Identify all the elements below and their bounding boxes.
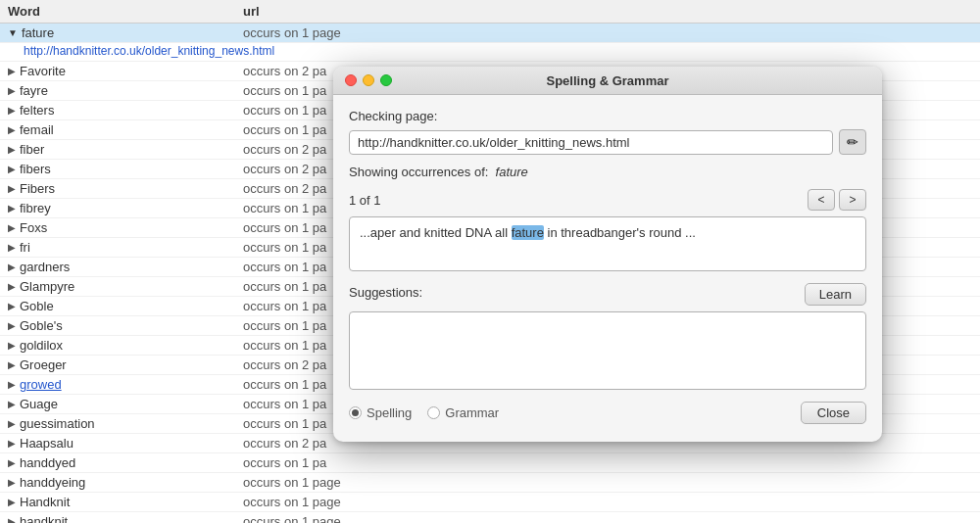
url-cell: occurs on 1 page bbox=[243, 25, 972, 40]
maximize-traffic-light[interactable] bbox=[380, 74, 392, 86]
dialog-titlebar: Spelling & Grammar bbox=[333, 67, 882, 95]
context-highlight: fature bbox=[512, 225, 544, 240]
expand-icon: ▶ bbox=[8, 516, 16, 523]
url-expanded-line: http://handknitter.co.uk/older_knitting_… bbox=[0, 43, 980, 62]
context-text-after: in threadbanger's round ... bbox=[544, 225, 696, 240]
table-row[interactable]: ▶handdyeing occurs on 1 page bbox=[0, 473, 980, 493]
word-cell: femail bbox=[20, 122, 54, 137]
word-cell: fibrey bbox=[20, 201, 51, 215]
dialog-body: Checking page: ✏ Showing occurrences of:… bbox=[333, 95, 882, 442]
expand-icon: ▶ bbox=[8, 66, 16, 76]
url-column-header: url bbox=[243, 4, 972, 19]
table-header: Word url bbox=[0, 0, 980, 24]
word-cell: handknit bbox=[20, 514, 68, 523]
word-cell: guessimation bbox=[20, 416, 95, 431]
spelling-radio-label: Spelling bbox=[367, 405, 412, 420]
word-cell: Goble bbox=[20, 299, 54, 313]
occurrence-row: 1 of 1 < > bbox=[349, 189, 866, 211]
context-text-before: ...aper and knitted DNA all bbox=[360, 225, 512, 240]
word-cell: fiber bbox=[20, 142, 44, 157]
word-cell: handdyed bbox=[20, 455, 75, 470]
table-row[interactable]: ▶handknit occurs on 1 page bbox=[0, 512, 980, 523]
spelling-grammar-dialog: Spelling & Grammar Checking page: ✏ Show… bbox=[333, 67, 882, 442]
expand-icon: ▶ bbox=[8, 203, 16, 214]
word-cell: goldilox bbox=[20, 338, 63, 353]
close-traffic-light[interactable] bbox=[345, 74, 357, 86]
pencil-button[interactable]: ✏ bbox=[839, 129, 866, 155]
learn-button[interactable]: Learn bbox=[805, 283, 866, 306]
traffic-lights bbox=[345, 74, 392, 86]
word-cell: Handknit bbox=[20, 495, 70, 509]
expand-icon: ▶ bbox=[8, 183, 16, 194]
expand-icon: ▶ bbox=[8, 222, 16, 233]
occurrence-count: 1 of 1 bbox=[349, 193, 381, 208]
suggestions-label: Suggestions: bbox=[349, 285, 422, 300]
expand-icon: ▶ bbox=[8, 359, 16, 370]
expand-icon: ▶ bbox=[8, 418, 16, 429]
next-occurrence-button[interactable]: > bbox=[839, 189, 866, 211]
expand-icon: ▼ bbox=[8, 27, 18, 38]
checking-label: Checking page: bbox=[349, 109, 866, 123]
expand-icon: ▶ bbox=[8, 242, 16, 253]
table-row[interactable]: ▼ fature occurs on 1 page bbox=[0, 24, 980, 43]
expand-icon: ▶ bbox=[8, 262, 16, 272]
word-cell: felters bbox=[20, 103, 54, 118]
url-cell: occurs on 1 page bbox=[243, 495, 972, 509]
showing-word: fature bbox=[496, 165, 528, 179]
table-row[interactable]: ▶Handknit occurs on 1 page bbox=[0, 493, 980, 512]
expand-icon: ▶ bbox=[8, 457, 16, 468]
prev-occurrence-button[interactable]: < bbox=[808, 189, 835, 211]
suggestions-box bbox=[349, 311, 866, 390]
url-cell: occurs on 1 pa bbox=[243, 455, 972, 470]
expand-icon: ▶ bbox=[8, 477, 16, 488]
context-box: ...aper and knitted DNA all fature in th… bbox=[349, 216, 866, 271]
word-cell: Goble's bbox=[20, 318, 63, 333]
dialog-title: Spelling & Grammar bbox=[547, 73, 669, 88]
word-cell: Fibers bbox=[20, 181, 55, 196]
expand-icon: ▶ bbox=[8, 105, 16, 116]
word-cell: handdyeing bbox=[20, 475, 85, 490]
expand-icon: ▶ bbox=[8, 379, 16, 390]
expand-icon: ▶ bbox=[8, 144, 16, 155]
url-input-row: ✏ bbox=[349, 129, 866, 155]
grammar-radio-item[interactable]: Grammar bbox=[427, 405, 499, 420]
word-cell: fayre bbox=[20, 83, 48, 98]
word-cell: fature bbox=[22, 25, 54, 40]
word-cell: fibers bbox=[20, 162, 51, 176]
close-button[interactable]: Close bbox=[801, 402, 866, 424]
word-cell: Glampyre bbox=[20, 279, 74, 294]
expand-icon: ▶ bbox=[8, 340, 16, 351]
expand-icon: ▶ bbox=[8, 497, 16, 507]
expand-icon: ▶ bbox=[8, 281, 16, 292]
expand-icon: ▶ bbox=[8, 124, 16, 135]
expand-icon: ▶ bbox=[8, 85, 16, 96]
word-cell: growed bbox=[20, 377, 62, 392]
word-cell: Favorite bbox=[20, 64, 66, 78]
spelling-radio-item[interactable]: Spelling bbox=[349, 405, 412, 420]
url-cell: occurs on 1 page bbox=[243, 475, 972, 490]
grammar-radio-label: Grammar bbox=[445, 405, 499, 420]
spelling-radio[interactable] bbox=[349, 406, 362, 419]
showing-line: Showing occurrences of: fature bbox=[349, 165, 866, 179]
minimize-traffic-light[interactable] bbox=[363, 74, 374, 86]
expand-icon: ▶ bbox=[8, 301, 16, 311]
url-cell: occurs on 1 page bbox=[243, 514, 972, 523]
word-cell: Foxs bbox=[20, 220, 47, 235]
word-cell: gardners bbox=[20, 260, 70, 274]
expand-icon: ▶ bbox=[8, 399, 16, 409]
expand-icon: ▶ bbox=[8, 438, 16, 449]
expand-icon: ▶ bbox=[8, 320, 16, 331]
dialog-footer: Spelling Grammar Close bbox=[349, 402, 866, 428]
word-cell: Haapsalu bbox=[20, 436, 74, 451]
url-input[interactable] bbox=[349, 130, 833, 155]
table-row[interactable]: ▶handdyed occurs on 1 pa bbox=[0, 453, 980, 473]
word-column-header: Word bbox=[8, 4, 243, 19]
suggestions-row: Suggestions: Learn bbox=[349, 283, 866, 306]
nav-buttons: < > bbox=[808, 189, 866, 211]
expand-icon: ▶ bbox=[8, 164, 16, 174]
word-cell: Groeger bbox=[20, 357, 67, 372]
word-cell: Guage bbox=[20, 397, 58, 411]
grammar-radio[interactable] bbox=[427, 406, 440, 419]
word-cell: fri bbox=[20, 240, 30, 255]
radio-group: Spelling Grammar bbox=[349, 405, 499, 420]
